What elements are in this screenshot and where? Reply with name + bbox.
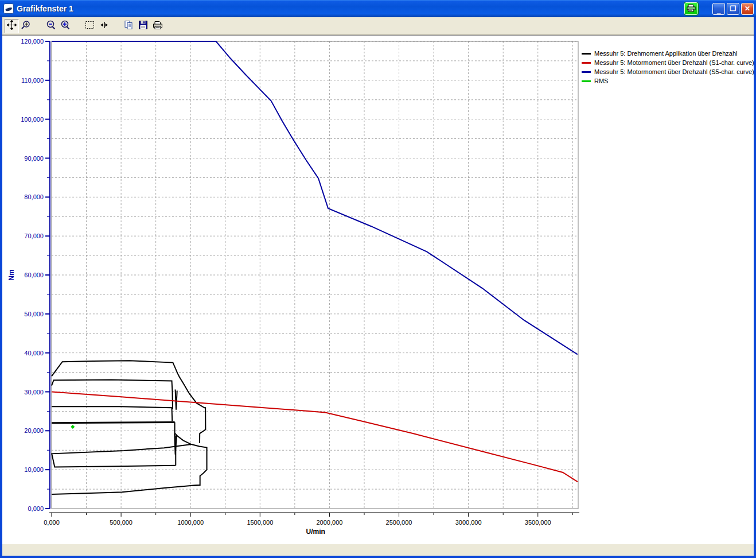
svg-text:2000,000: 2000,000 bbox=[316, 519, 342, 526]
svg-text:110,000: 110,000 bbox=[21, 77, 44, 84]
svg-text:3000,000: 3000,000 bbox=[455, 519, 482, 526]
status-bar bbox=[2, 544, 754, 556]
svg-text:2500,000: 2500,000 bbox=[386, 519, 412, 526]
series-line bbox=[174, 433, 177, 455]
arrows-to-line-icon bbox=[99, 20, 109, 32]
legend-label: RMS bbox=[594, 78, 608, 84]
maximize-icon: ❐ bbox=[727, 3, 739, 14]
printer-icon bbox=[153, 21, 163, 32]
printer-icon bbox=[687, 4, 696, 14]
grafikfenster-window: Grafikfenster 1 _ ❐ ✕ bbox=[0, 0, 756, 558]
window-title: Grafikfenster 1 bbox=[17, 4, 684, 13]
svg-text:30,000: 30,000 bbox=[24, 389, 44, 396]
toolbar bbox=[2, 17, 754, 35]
chart-area[interactable]: Messuhr 5: Drehmoment Applikation über D… bbox=[2, 35, 754, 544]
compress-axis-button[interactable] bbox=[97, 19, 111, 33]
svg-text:80,000: 80,000 bbox=[24, 193, 44, 200]
copy-button[interactable] bbox=[122, 19, 136, 33]
chart-legend: Messuhr 5: Drehmoment Applikation über D… bbox=[582, 49, 754, 86]
region-select-button[interactable] bbox=[83, 19, 97, 33]
svg-text:50,000: 50,000 bbox=[24, 311, 44, 317]
svg-text:500,000: 500,000 bbox=[110, 519, 133, 526]
title-bar[interactable]: Grafikfenster 1 _ ❐ ✕ bbox=[0, 0, 756, 17]
legend-item: Messuhr 5: Drehmoment Applikation über D… bbox=[582, 49, 754, 58]
zoom-drag-tool-button[interactable] bbox=[19, 19, 33, 33]
series-line bbox=[175, 422, 207, 486]
magnifier-minus-icon bbox=[46, 20, 56, 32]
svg-text:10,000: 10,000 bbox=[24, 466, 44, 473]
svg-text:1000,000: 1000,000 bbox=[177, 519, 204, 526]
svg-text:120,000: 120,000 bbox=[21, 38, 44, 45]
series-line bbox=[52, 406, 172, 421]
series-line bbox=[52, 422, 175, 423]
dashed-rectangle-icon bbox=[85, 20, 95, 32]
series-line bbox=[52, 485, 200, 494]
rms-marker bbox=[71, 425, 75, 429]
legend-label: Messuhr 5: Motormoment über Drehzahl (S1… bbox=[594, 59, 754, 66]
legend-item: Messuhr 5: Motormoment über Drehzahl (S5… bbox=[582, 67, 754, 76]
legend-swatch bbox=[582, 71, 591, 73]
legend-label: Messuhr 5: Drehmoment Applikation über D… bbox=[594, 50, 737, 57]
close-button[interactable]: ✕ bbox=[741, 3, 754, 15]
svg-text:70,000: 70,000 bbox=[24, 232, 44, 239]
save-button[interactable] bbox=[136, 19, 150, 33]
move-crosshair-icon bbox=[7, 20, 17, 32]
print-button[interactable] bbox=[150, 19, 165, 33]
series-line bbox=[52, 361, 205, 443]
series-line bbox=[52, 41, 578, 354]
legend-swatch bbox=[582, 80, 591, 82]
svg-text:90,000: 90,000 bbox=[24, 155, 44, 162]
app-icon bbox=[3, 3, 14, 14]
series-line bbox=[52, 444, 191, 467]
zoom-in-button[interactable] bbox=[58, 19, 72, 33]
svg-text:60,000: 60,000 bbox=[24, 272, 44, 278]
svg-text:3500,000: 3500,000 bbox=[525, 519, 551, 526]
svg-text:U/min: U/min bbox=[306, 528, 325, 536]
floppy-disk-icon bbox=[138, 20, 148, 32]
legend-item: Messuhr 5: Motormoment über Drehzahl (S1… bbox=[582, 58, 754, 67]
svg-text:0,000: 0,000 bbox=[28, 505, 44, 512]
legend-swatch bbox=[582, 62, 591, 64]
series-line bbox=[52, 392, 578, 482]
close-icon: ✕ bbox=[742, 3, 753, 14]
series-line bbox=[52, 379, 173, 409]
print-chart-button[interactable] bbox=[684, 2, 698, 15]
zoom-out-button[interactable] bbox=[44, 19, 58, 33]
copy-pages-icon bbox=[124, 20, 134, 32]
magnifier-crosshair-icon bbox=[21, 20, 31, 32]
maximize-button[interactable]: ❐ bbox=[727, 3, 739, 15]
legend-item: RMS bbox=[582, 76, 754, 86]
series-line bbox=[176, 389, 177, 409]
magnifier-plus-icon bbox=[60, 20, 70, 32]
legend-swatch bbox=[582, 53, 591, 55]
svg-text:40,000: 40,000 bbox=[24, 350, 44, 356]
pan-tool-button[interactable] bbox=[5, 19, 19, 33]
svg-text:1500,000: 1500,000 bbox=[247, 519, 273, 526]
minimize-icon: _ bbox=[713, 5, 724, 16]
legend-label: Messuhr 5: Motormoment über Drehzahl (S5… bbox=[594, 68, 754, 75]
svg-text:Nm: Nm bbox=[7, 269, 15, 280]
minimize-button[interactable]: _ bbox=[712, 3, 725, 15]
svg-text:0,000: 0,000 bbox=[44, 519, 60, 526]
svg-text:20,000: 20,000 bbox=[24, 427, 44, 434]
svg-text:100,000: 100,000 bbox=[21, 116, 44, 123]
